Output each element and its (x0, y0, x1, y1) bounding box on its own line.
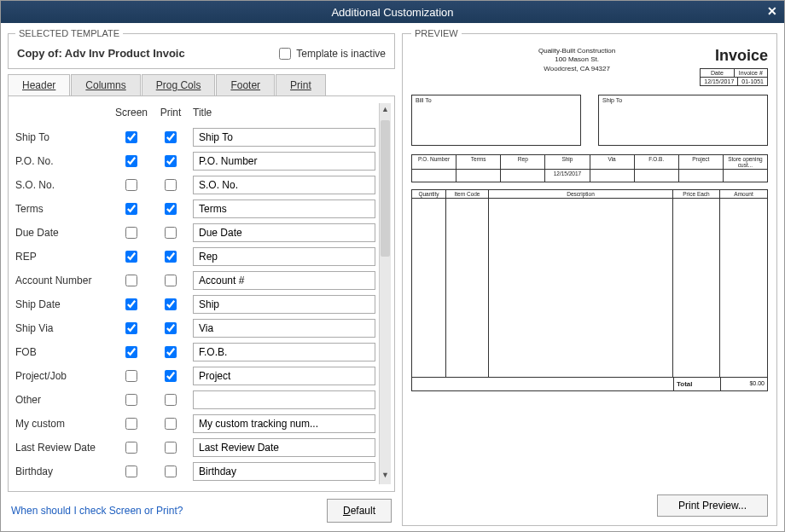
tab-prog-cols[interactable]: Prog Cols (142, 74, 216, 95)
screen-checkbox[interactable] (125, 131, 137, 143)
print-checkbox[interactable] (165, 466, 177, 477)
field-row: Ship To (15, 125, 375, 149)
print-checkbox[interactable] (165, 131, 177, 143)
scroll-down-icon[interactable]: ▼ (380, 471, 391, 483)
screen-checkbox[interactable] (125, 155, 137, 167)
title-input[interactable] (193, 295, 375, 314)
date-value: 12/15/2017 (701, 78, 738, 85)
print-checkbox[interactable] (165, 370, 177, 382)
screen-checkbox[interactable] (125, 275, 137, 286)
col-screen: Screen (114, 107, 148, 119)
field-label: REP (15, 251, 109, 263)
selected-template-legend: SELECTED TEMPLATE (15, 28, 123, 38)
print-checkbox[interactable] (165, 227, 177, 239)
print-checkbox[interactable] (165, 251, 177, 263)
total-value: $0.00 (720, 378, 767, 390)
print-checkbox[interactable] (165, 275, 177, 286)
print-checkbox[interactable] (165, 346, 177, 358)
field-row: Type (15, 483, 375, 484)
field-row: REP (15, 245, 375, 269)
shipto-label: Ship To (602, 97, 622, 103)
default-button[interactable]: Default (327, 499, 392, 523)
invoice-title: Invoice (700, 47, 768, 65)
print-checkbox[interactable] (165, 322, 177, 334)
field-row: My custom (15, 412, 375, 436)
print-checkbox[interactable] (165, 298, 177, 310)
title-input[interactable] (193, 152, 375, 171)
tab-header[interactable]: Header (8, 74, 70, 95)
window-title: Additional Customization (331, 6, 453, 19)
close-icon[interactable]: ✕ (767, 4, 777, 18)
company-name: Quality-Built Construction (454, 47, 700, 55)
screen-checkbox[interactable] (125, 298, 137, 310)
print-checkbox[interactable] (165, 394, 177, 406)
tab-columns[interactable]: Columns (71, 74, 140, 95)
invoice-num-label: Invoice # (735, 69, 767, 77)
screen-checkbox[interactable] (125, 203, 137, 215)
screen-checkbox[interactable] (125, 370, 137, 382)
field-label: Birthday (15, 466, 109, 477)
preview-legend: PREVIEW (411, 28, 462, 38)
field-label: Due Date (15, 227, 109, 239)
field-row: Other (15, 388, 375, 412)
field-label: Terms (15, 203, 109, 215)
screen-checkbox[interactable] (125, 322, 137, 334)
print-checkbox[interactable] (165, 418, 177, 430)
template-inactive-label[interactable]: Template is inactive (279, 48, 386, 60)
title-input[interactable] (193, 247, 375, 266)
scroll-thumb[interactable] (381, 120, 390, 257)
print-checkbox[interactable] (165, 203, 177, 215)
help-link[interactable]: When should I check Screen or Print? (11, 505, 183, 517)
screen-checkbox[interactable] (125, 466, 137, 477)
title-input[interactable] (193, 462, 375, 481)
field-label: Last Review Date (15, 442, 109, 454)
tab-footer[interactable]: Footer (216, 74, 275, 95)
field-label: Ship Via (15, 322, 109, 334)
title-input[interactable] (193, 200, 375, 218)
title-input[interactable] (193, 319, 375, 338)
screen-checkbox[interactable] (125, 418, 137, 430)
col-print: Print (154, 107, 188, 119)
tab-print[interactable]: Print (276, 74, 326, 95)
screen-checkbox[interactable] (125, 227, 137, 239)
title-input[interactable] (193, 390, 375, 409)
scrollbar[interactable]: ▲ ▼ (379, 103, 391, 484)
window-titlebar: Additional Customization ✕ (1, 1, 784, 23)
title-input[interactable] (193, 271, 375, 290)
screen-checkbox[interactable] (125, 346, 137, 358)
field-label: FOB (15, 346, 109, 358)
field-row: Birthday (15, 460, 375, 483)
field-label: Ship Date (15, 298, 109, 310)
print-checkbox[interactable] (165, 179, 177, 191)
print-checkbox[interactable] (165, 155, 177, 167)
field-row: S.O. No. (15, 173, 375, 197)
title-input[interactable] (193, 343, 375, 361)
tab-bar: Header Columns Prog Cols Footer Print (8, 74, 395, 95)
field-row: P.O. No. (15, 149, 375, 173)
title-input[interactable] (193, 223, 375, 242)
print-checkbox[interactable] (165, 442, 177, 454)
title-input[interactable] (193, 438, 375, 457)
title-input[interactable] (193, 367, 375, 385)
screen-checkbox[interactable] (125, 179, 137, 191)
screen-checkbox[interactable] (125, 442, 137, 454)
field-row: Terms (15, 197, 375, 221)
field-row: Due Date (15, 221, 375, 245)
field-label: P.O. No. (15, 155, 109, 167)
print-preview-button[interactable]: Print Preview... (657, 494, 768, 517)
template-inactive-checkbox[interactable] (279, 48, 291, 60)
fields-grid: Screen Print Title Ship ToP.O. No.S.O. N… (15, 103, 379, 484)
title-input[interactable] (193, 176, 375, 194)
company-addr1: 100 Mason St. (454, 55, 700, 64)
field-label: Ship To (15, 131, 109, 143)
company-addr2: Woodcrest, CA 94327 (454, 65, 700, 73)
scroll-up-icon[interactable]: ▲ (380, 105, 391, 117)
screen-checkbox[interactable] (125, 394, 137, 406)
title-input[interactable] (193, 414, 375, 433)
field-row: FOB (15, 340, 375, 364)
field-label: S.O. No. (15, 179, 109, 191)
field-row: Ship Via (15, 316, 375, 340)
title-input[interactable] (193, 128, 375, 147)
field-row: Ship Date (15, 292, 375, 316)
screen-checkbox[interactable] (125, 251, 137, 263)
